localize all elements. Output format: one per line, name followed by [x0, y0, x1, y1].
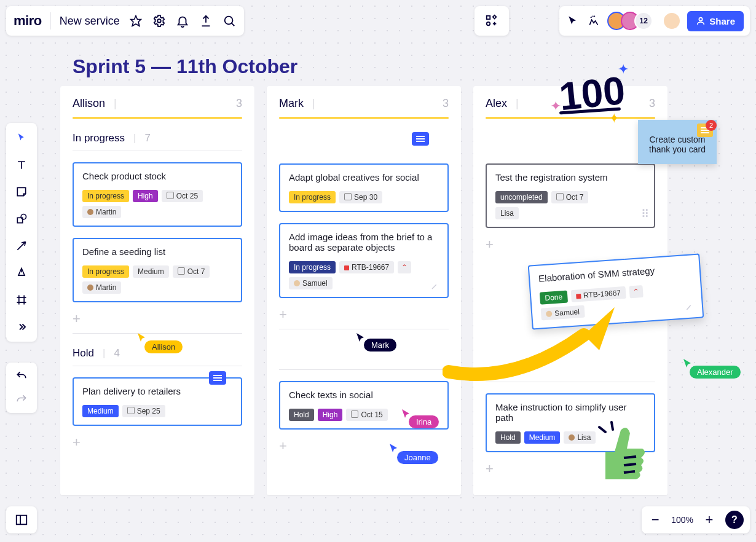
- help-button[interactable]: ?: [725, 511, 744, 529]
- board-title[interactable]: Sprint 5 — 11th October: [73, 55, 297, 78]
- comment-icon[interactable]: 2: [697, 124, 713, 137]
- svg-point-2: [224, 17, 232, 25]
- zoom-in-button[interactable]: +: [702, 513, 717, 527]
- section-header-in-progress: In progress | 7: [73, 132, 242, 144]
- add-card-button[interactable]: +: [73, 311, 242, 327]
- add-card-button[interactable]: +: [486, 237, 655, 253]
- column-mark[interactable]: Mark | 3 Adapt global creatives for soci…: [267, 86, 461, 495]
- card[interactable]: Adapt global creatives for social In pro…: [279, 163, 449, 212]
- card-title: Elaboration of SMM strategy: [538, 262, 691, 283]
- avatar-count[interactable]: 12: [634, 12, 653, 30]
- card-title: Make instruction to simplify user path: [495, 402, 645, 423]
- card[interactable]: Add image ideas from the brief to a boar…: [279, 223, 449, 298]
- zoom-level[interactable]: 100%: [671, 515, 693, 525]
- card-title: Adapt global creatives for social: [289, 172, 439, 183]
- card-title: Check product stock: [82, 171, 232, 181]
- card-more-icon[interactable]: ⠿: [641, 207, 648, 221]
- export-icon[interactable]: [199, 14, 213, 28]
- cursor-pointer: [136, 332, 146, 342]
- svg-line-13: [612, 422, 613, 430]
- star-icon[interactable]: [128, 14, 143, 28]
- priority-tag: Medium: [82, 405, 119, 417]
- status-tag: Hold: [289, 409, 314, 421]
- status-tag: In progress: [289, 261, 336, 273]
- date-tag: Oct 25: [162, 190, 203, 202]
- frame-tool[interactable]: [13, 291, 30, 308]
- arrow-drawing: [443, 292, 639, 390]
- cursor-icon[interactable]: [565, 14, 580, 28]
- svg-line-9: [624, 457, 636, 458]
- status-tag: In progress: [82, 190, 129, 202]
- cursor-label: Alexander: [690, 366, 741, 379]
- date-tag: Oct 7: [551, 191, 589, 203]
- svg-line-12: [599, 427, 605, 432]
- share-label: Share: [709, 16, 735, 26]
- add-card-button[interactable]: +: [73, 434, 242, 450]
- share-button[interactable]: Share: [687, 11, 744, 31]
- date-tag: Oct 15: [346, 409, 387, 421]
- status-tag: In progress: [82, 265, 129, 278]
- sticky-note[interactable]: 2 Create custom thank you card: [638, 120, 717, 164]
- status-tag: In progress: [289, 191, 336, 203]
- cursor-pointer: [388, 442, 398, 452]
- settings-icon[interactable]: [152, 14, 167, 28]
- comment-icon[interactable]: [209, 371, 226, 385]
- logo[interactable]: miro: [14, 13, 42, 29]
- svg-point-1: [157, 19, 161, 23]
- text-tool[interactable]: [13, 156, 30, 173]
- board-name[interactable]: New service: [60, 15, 120, 28]
- zoom-out-button[interactable]: −: [648, 513, 663, 527]
- sparkle-icon: ✦: [550, 98, 561, 114]
- arrow-tool[interactable]: [13, 237, 30, 254]
- pen-tool[interactable]: [13, 264, 30, 281]
- date-tag: Sep 25: [122, 405, 165, 417]
- undo-redo-box: [6, 363, 37, 413]
- svg-rect-3: [487, 16, 490, 20]
- zoom-bar: − 100% + ?: [642, 506, 750, 533]
- status-tag: uncompleted: [495, 191, 548, 203]
- card-title: Define a seeding list: [82, 246, 232, 257]
- panel-toggle-button[interactable]: [6, 506, 37, 533]
- sparkle-icon: ✦: [618, 61, 629, 77]
- date-tag: Sep 30: [339, 191, 382, 203]
- reactions-icon[interactable]: [586, 14, 601, 28]
- assignee-tag: Martin: [82, 281, 121, 294]
- comment-icon[interactable]: [412, 132, 429, 146]
- shape-tool[interactable]: [13, 210, 30, 227]
- svg-rect-14: [17, 516, 27, 525]
- date-tag: Oct 7: [173, 265, 210, 278]
- cursor-label: Irina: [409, 415, 439, 428]
- presence-bar: 12 Share: [559, 6, 750, 36]
- card[interactable]: Test the registration system uncompleted…: [486, 163, 655, 228]
- column-count: 3: [649, 97, 655, 110]
- cursor-pointer: [682, 358, 692, 367]
- card[interactable]: Check product stock In progress High Oct…: [73, 162, 242, 227]
- column-header: Mark | 3: [279, 97, 449, 110]
- sticky-tool[interactable]: [13, 183, 30, 200]
- svg-line-10: [624, 464, 636, 465]
- undo-button[interactable]: [15, 370, 28, 382]
- assignee-tag: Lisa: [564, 431, 596, 444]
- search-icon[interactable]: [222, 14, 237, 28]
- assignee-tag: Martin: [82, 206, 121, 218]
- bell-icon[interactable]: [175, 14, 190, 28]
- priority-tag: Medium: [133, 265, 169, 278]
- select-tool[interactable]: [13, 129, 30, 146]
- card-title: Add image ideas from the brief to a boar…: [289, 232, 439, 253]
- add-card-button[interactable]: +: [279, 307, 449, 323]
- sticky-text: Create custom thank you card: [649, 135, 706, 154]
- avatar-stack[interactable]: 12: [607, 12, 653, 30]
- sparkle-icon: ✦: [608, 111, 620, 127]
- redo-button[interactable]: [15, 393, 28, 406]
- column-allison[interactable]: Allison | 3 In progress | 7 Check produc…: [60, 86, 254, 495]
- card[interactable]: Plan delivery to retailers Medium Sep 25: [73, 377, 242, 426]
- link-icon: [430, 280, 441, 291]
- cursor-label: Mark: [364, 339, 396, 352]
- apps-button[interactable]: [474, 6, 509, 36]
- more-tools[interactable]: [13, 318, 30, 336]
- card[interactable]: Define a seeding list In progress Medium…: [73, 238, 242, 302]
- current-user-avatar[interactable]: [663, 12, 681, 30]
- svg-point-8: [21, 214, 26, 219]
- cursor-pointer: [355, 332, 365, 342]
- card-title: Test the registration system: [495, 172, 645, 183]
